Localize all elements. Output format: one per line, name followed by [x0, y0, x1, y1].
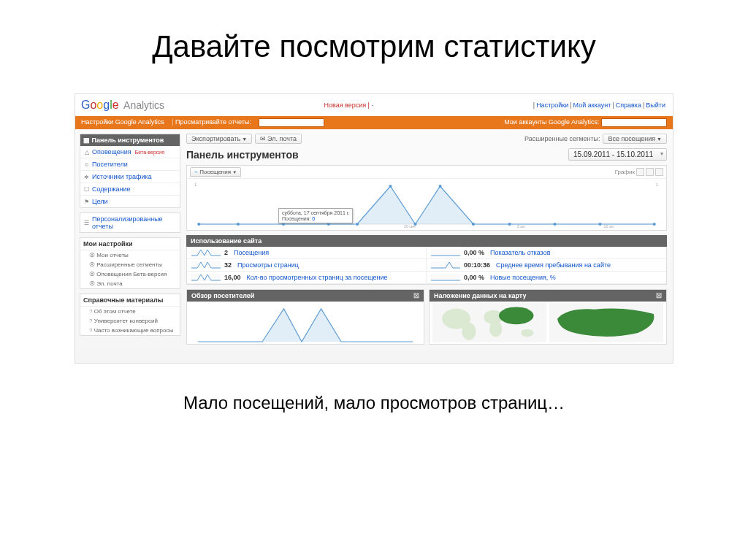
svg-point-11 [472, 223, 475, 226]
user-icon: ☺ [83, 161, 90, 168]
svg-point-15 [653, 223, 656, 226]
my-settings-title: Мои настройки [80, 238, 180, 250]
slide-caption: Мало посещений, мало просмотров страниц… [0, 393, 748, 413]
my-accounts-label: Мои аккаунты Google Analytics: [504, 118, 599, 126]
svg-point-19 [489, 321, 502, 337]
about-report-link[interactable]: ? Об этом отчете [80, 307, 180, 316]
main-chart[interactable]: суббота, 17 сентября 2011 г. Посещения: … [187, 179, 666, 230]
sidebar: ▦ Панель инструментов △ Оповещения Бета-… [75, 129, 185, 364]
metric-pages-per-visit[interactable]: 16,00 Кол-во просмотренных страниц за по… [187, 272, 427, 284]
sparkline-icon [431, 261, 460, 269]
sidebar-item-alerts[interactable]: △ Оповещения Бета-версия [80, 146, 180, 158]
faq-link[interactable]: ? Часто возникающие вопросы [80, 326, 180, 335]
sparkline-icon [191, 274, 221, 281]
visitors-overview-panel: Обзор посетителей ☒ [186, 289, 424, 345]
logout-link[interactable]: Выйти [646, 101, 665, 109]
metric-visits[interactable]: 2 Посещения [187, 247, 427, 259]
close-icon[interactable]: ☒ [413, 292, 419, 299]
export-button[interactable]: Экспортировать ▼ [186, 134, 252, 144]
settings-link[interactable]: Настройки [536, 101, 568, 109]
svg-point-7 [356, 223, 359, 226]
slide-title: Давайте посмотрим статистику [0, 29, 748, 64]
google-analytics-logo: Google Analytics [81, 99, 164, 112]
svg-point-20 [499, 307, 534, 324]
sparkline-icon [431, 249, 460, 256]
view-mode-1[interactable] [636, 168, 644, 176]
metric-bounce[interactable]: 0,00 % Показатель отказов [427, 247, 666, 259]
chart-metric-tab[interactable]: ⌁ Посещения ▼ [190, 167, 241, 177]
custom-reports-link[interactable]: ☰ Персонализированные отчеты [80, 213, 180, 232]
conversion-univ-link[interactable]: ? Университет конверсий [80, 316, 180, 326]
sidebar-custom-reports-box: ☰ Персонализированные отчеты [80, 212, 180, 233]
metric-pageviews[interactable]: 32 Просмотры страниц [187, 259, 427, 272]
sidebar-nav-box: ▦ Панель инструментов △ Оповещения Бета-… [80, 134, 180, 208]
all-visits-segment[interactable]: Все посещения ▼ [603, 134, 667, 144]
sidebar-item-traffic[interactable]: ≑ Источники трафика [80, 171, 180, 183]
my-reports-link[interactable]: ⦿ Мои отчеты [80, 250, 180, 260]
analytics-screenshot: Google Analytics Новая версия | - |Настр… [75, 93, 673, 364]
map-overlay-panel: Наложение данных на карту ☒ [429, 289, 667, 345]
sidebar-settings-box: Мои настройки ⦿ Мои отчеты ⦿ Расширенные… [80, 237, 180, 289]
sparkline-icon [191, 249, 221, 256]
visitors-overview-title: Обзор посетителей [191, 292, 254, 299]
svg-point-8 [389, 185, 392, 188]
chart-tooltip: суббота, 17 сентября 2011 г. Посещения: … [278, 208, 353, 223]
svg-point-12 [508, 223, 511, 226]
svg-point-3 [197, 223, 200, 226]
sidebar-dashboard-head[interactable]: ▦ Панель инструментов [80, 134, 180, 146]
visitors-mini-chart[interactable] [190, 303, 421, 342]
main-chart-block: ⌁ Посещения ▼ График суббота, 17 сентябр… [186, 165, 667, 231]
usage-section-header: Использование сайта [186, 235, 667, 247]
help-title: Справочные материалы [80, 294, 180, 307]
date-range-picker[interactable]: 15.09.2011 - 15.10.2011 [568, 148, 667, 161]
alerts-settings-link[interactable]: ⦿ Оповещения Бета-версия [80, 269, 180, 279]
view-mode-2[interactable] [646, 168, 654, 176]
account-select[interactable] [601, 118, 667, 127]
close-icon[interactable]: ☒ [656, 292, 662, 299]
metric-new-visits[interactable]: 0,00 % Новые посещения, % [427, 272, 666, 284]
content-icon: ☐ [83, 186, 90, 193]
email-settings-link[interactable]: ⦿ Эл. почта [80, 279, 180, 288]
my-account-link[interactable]: Мой аккаунт [573, 101, 611, 109]
svg-point-4 [237, 223, 240, 226]
top-links: |Настройки|Мой аккаунт|Справка|Выйти [533, 101, 667, 109]
svg-point-14 [598, 223, 601, 226]
view-mode-3[interactable] [655, 168, 663, 176]
svg-text:1: 1 [194, 182, 197, 187]
xtick-3: 10 окт [604, 224, 615, 229]
russia-map[interactable] [549, 303, 663, 342]
profile-select[interactable] [259, 118, 324, 127]
sparkline-icon [191, 261, 221, 269]
help-link[interactable]: Справка [616, 101, 641, 109]
panels-row: Обзор посетителей ☒ Наложение данных на … [186, 289, 667, 345]
main-content: Экспортировать ▼ ✉ Эл. почта Расширенные… [185, 129, 673, 364]
sidebar-item-visitors[interactable]: ☺ Посетители [80, 158, 180, 171]
metric-avgtime[interactable]: 00:10:36 Среднее время пребывания на сай… [427, 259, 666, 272]
svg-point-13 [553, 223, 556, 226]
adv-segments-link[interactable]: ⦿ Расширенные сегменты [80, 260, 180, 269]
sparkline-icon [431, 274, 460, 281]
sidebar-item-goals[interactable]: ⚑ Цели [80, 196, 180, 207]
toolbar: Экспортировать ▼ ✉ Эл. почта Расширенные… [186, 134, 667, 144]
svg-point-21 [521, 329, 533, 337]
report-icon: ☰ [83, 220, 90, 226]
new-version-link[interactable]: Новая версия | - [324, 101, 373, 109]
svg-text:1: 1 [656, 182, 659, 187]
dashboard-icon: ▦ [83, 137, 90, 144]
traffic-icon: ≑ [83, 174, 90, 180]
world-map[interactable] [432, 303, 546, 342]
mail-icon: ✉ [260, 135, 266, 142]
metrics-grid: 2 Посещения 0,00 % Показатель отказов 32… [186, 247, 667, 285]
flag-icon: ⚑ [83, 199, 90, 205]
xtick-1: 20 сен [404, 224, 416, 229]
header-bar: Google Analytics Новая версия | - |Настр… [75, 94, 673, 116]
analytics-settings-link[interactable]: Настройки Google Analytics [81, 118, 164, 126]
view-reports-link[interactable]: Просматривайте отчеты: [175, 118, 251, 126]
email-button[interactable]: ✉ Эл. почта [255, 134, 302, 144]
bell-icon: △ [83, 149, 90, 156]
xtick-2: 3 окт [517, 224, 527, 229]
graph-label: График [615, 169, 635, 175]
sidebar-item-content[interactable]: ☐ Содержание [80, 183, 180, 196]
svg-point-10 [439, 185, 442, 188]
orange-nav-bar: Настройки Google Analytics | Просматрива… [75, 116, 673, 129]
